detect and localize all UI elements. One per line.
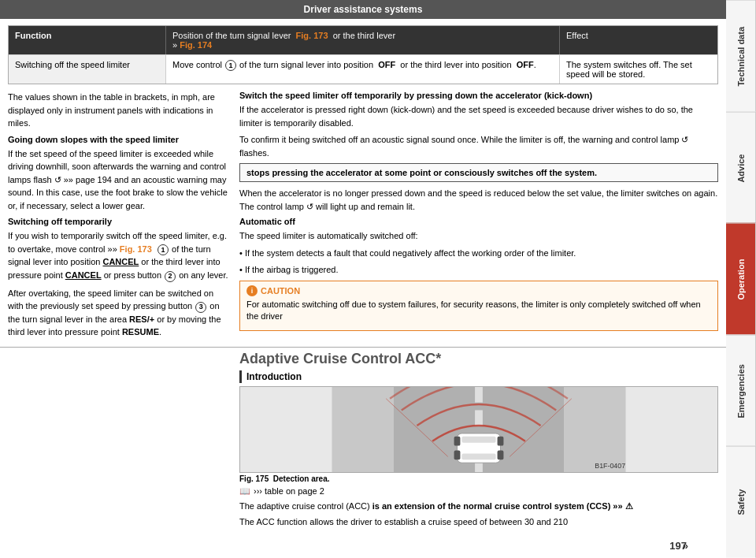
sidebar-tab-advice[interactable]: Advice bbox=[726, 112, 756, 224]
circle-num-1: 1 bbox=[225, 60, 236, 71]
intro-bar bbox=[239, 370, 242, 383]
circle-num-1b: 1 bbox=[158, 244, 169, 255]
svg-rect-11 bbox=[454, 437, 461, 446]
left-intro: The values shown in the table in bracket… bbox=[8, 91, 228, 130]
caution-text: For automatic switching off due to syste… bbox=[246, 299, 711, 323]
sidebar: Technical data Advice Operation Emergenc… bbox=[726, 0, 756, 558]
table-ref: 📖 ››› table on page 2 bbox=[239, 486, 718, 497]
right-section1-p3: When the accelerator is no longer presse… bbox=[239, 187, 718, 213]
table-header-row: Function Position of the turn signal lev… bbox=[9, 26, 717, 54]
divider bbox=[0, 347, 726, 348]
acc-two-col: Adaptive Cruise Control ACC* Introductio… bbox=[8, 351, 718, 532]
right-section1-p2: To confirm it being switched off an acou… bbox=[239, 133, 718, 159]
acc-p1: The adaptive cruise control (ACC) is an … bbox=[239, 500, 718, 513]
fig-175-label: Fig. 175 bbox=[239, 474, 269, 483]
detection-area-image: B1F-0407 bbox=[239, 386, 718, 473]
automatic-off-title: Automatic off bbox=[239, 217, 718, 226]
row1-effect: The system switches off. The set speed w… bbox=[560, 55, 717, 84]
col-position-header: Position of the turn signal lever Fig. 1… bbox=[166, 26, 560, 54]
acc-title: Adaptive Cruise Control ACC* bbox=[239, 351, 718, 367]
right-section1-title: Switch the speed limiter off temporarily… bbox=[239, 91, 718, 100]
intro-header: Introduction bbox=[239, 370, 718, 383]
header-title: Driver assistance systems bbox=[304, 4, 423, 15]
svg-text:B1F-0407: B1F-0407 bbox=[595, 462, 625, 470]
page-arrow: » bbox=[683, 540, 688, 552]
two-col-layout: The values shown in the table in bracket… bbox=[8, 91, 718, 344]
section1-title: Going down slopes with the speed limiter bbox=[8, 135, 228, 144]
caution-label: CAUTION bbox=[261, 286, 300, 296]
automatic-off-p1: The speed limiter is automatically switc… bbox=[239, 229, 718, 243]
left-column: The values shown in the table in bracket… bbox=[8, 91, 228, 344]
svg-rect-10 bbox=[461, 453, 495, 459]
caution-icon: i bbox=[246, 285, 258, 296]
col-effect-header: Effect bbox=[560, 26, 717, 54]
sidebar-tab-operation[interactable]: Operation bbox=[726, 223, 756, 335]
right-section1-p1: If the accelerator is pressed right down… bbox=[239, 103, 718, 129]
bullet1: • If the system detects a fault that cou… bbox=[239, 247, 718, 260]
book-icon: 📖 bbox=[239, 486, 250, 497]
svg-rect-3 bbox=[475, 410, 483, 426]
detection-caption: Fig. 175 Detection area. bbox=[239, 474, 718, 483]
function-table: Function Position of the turn signal lev… bbox=[8, 25, 718, 84]
col-position-ref: Fig. 173 bbox=[296, 31, 328, 40]
circle-num-3: 3 bbox=[195, 302, 206, 313]
svg-rect-14 bbox=[498, 450, 504, 459]
caution-header: i CAUTION bbox=[246, 285, 711, 296]
fig-175-caption: Detection area. bbox=[273, 474, 330, 483]
acc-right: Adaptive Cruise Control ACC* Introductio… bbox=[239, 351, 718, 532]
col-position-sub: Fig. 174 bbox=[180, 40, 212, 50]
svg-rect-12 bbox=[498, 437, 504, 446]
section3-text: After overtaking, the speed limiter can … bbox=[8, 287, 228, 339]
row1-function: Switching off the speed limiter bbox=[9, 55, 166, 84]
row1-position: Move control 1 of the turn signal lever … bbox=[166, 55, 560, 84]
svg-rect-2 bbox=[475, 387, 483, 403]
right-column: Switch the speed limiter off temporarily… bbox=[239, 91, 718, 344]
intro-label: Introduction bbox=[246, 371, 302, 382]
header-bar: Driver assistance systems bbox=[0, 0, 726, 19]
main-content: Driver assistance systems Function Posit… bbox=[0, 0, 726, 558]
warning-box: stops pressing the accelerator at some p… bbox=[239, 163, 718, 182]
section2-title: Switching off temporarily bbox=[8, 217, 228, 226]
sidebar-tab-emergencies[interactable]: Emergencies bbox=[726, 335, 756, 447]
fig-173-ref: Fig. 173 bbox=[120, 244, 152, 254]
sidebar-tab-safety[interactable]: Safety bbox=[726, 446, 756, 558]
circle-num-2: 2 bbox=[165, 271, 176, 282]
acc-left bbox=[8, 351, 228, 532]
svg-rect-9 bbox=[461, 437, 495, 443]
section1-text: If the set speed of the speed limiter is… bbox=[8, 147, 228, 213]
caution-box: i CAUTION For automatic switching off du… bbox=[239, 281, 718, 332]
acc-section: Adaptive Cruise Control ACC* Introductio… bbox=[239, 351, 718, 529]
svg-rect-13 bbox=[454, 450, 461, 459]
section2-text: If you wish to temporarily switch off th… bbox=[8, 229, 228, 282]
col-function-header: Function bbox=[9, 26, 166, 54]
acc-p2: The ACC function allows the driver to es… bbox=[239, 515, 718, 529]
bullet2: • If the airbag is triggered. bbox=[239, 263, 718, 277]
sidebar-tab-technical-data[interactable]: Technical data bbox=[726, 0, 756, 112]
table-data-row: Switching off the speed limiter Move con… bbox=[9, 54, 717, 84]
